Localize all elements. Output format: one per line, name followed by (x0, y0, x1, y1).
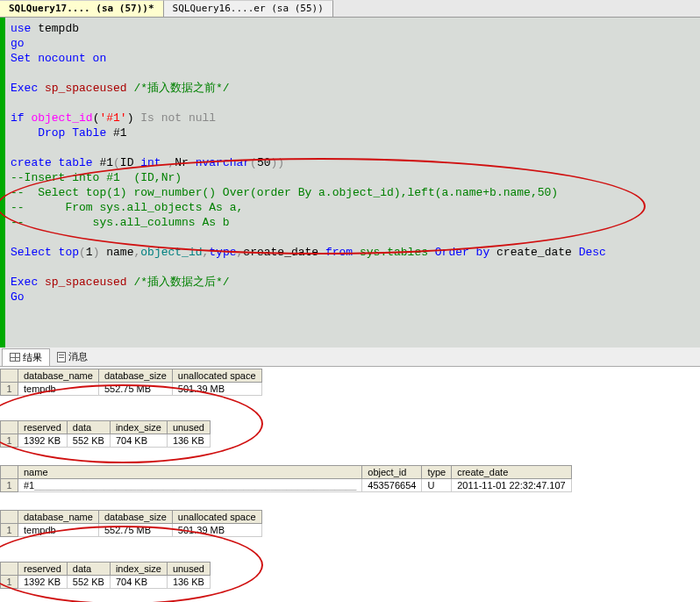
kw: Order by (435, 246, 489, 259)
cm: /*插入数据之后*/ (133, 276, 229, 289)
sys: sys.tables (353, 246, 435, 259)
results-tab[interactable]: 结果 (2, 348, 50, 366)
cell[interactable]: 1392 KB (18, 434, 68, 448)
result-grid[interactable]: reserveddataindex_sizeunused 11392 KB552… (0, 420, 211, 448)
cell[interactable]: 501.39 MB (172, 524, 261, 537)
col[interactable]: type (422, 466, 452, 479)
kw: use (11, 22, 31, 35)
col[interactable]: unused (167, 421, 210, 434)
cell[interactable]: 136 KB (167, 434, 210, 448)
kw: from (325, 246, 353, 259)
cm: -- From sys.all_objects As a, (11, 201, 243, 214)
col[interactable]: index_size (110, 421, 167, 434)
cell[interactable]: 552.75 MB (98, 383, 172, 396)
t: ID (120, 156, 140, 169)
col[interactable]: database_size (98, 369, 172, 383)
corner (1, 369, 18, 383)
grid-icon (10, 353, 20, 362)
n: 50 (257, 156, 271, 169)
messages-label: 消息 (68, 350, 88, 363)
col[interactable]: database_name (18, 369, 99, 383)
cell[interactable]: U (422, 479, 452, 492)
tab-inactive[interactable]: SQLQuery16....er (sa (55)) (164, 0, 333, 17)
t: #1 (93, 156, 113, 169)
p: ( (113, 156, 120, 169)
t: Nr (175, 156, 195, 169)
cell[interactable]: 704 KB (110, 576, 167, 589)
col[interactable]: unused (167, 563, 210, 576)
sql-editor[interactable]: use tempdb go Set nocount on Exec sp_spa… (0, 18, 700, 348)
col[interactable]: create_date (452, 466, 572, 479)
cell[interactable]: 552 KB (67, 576, 110, 589)
pad: ________________________________________… (34, 480, 356, 491)
sp: sp_spaceused (38, 82, 133, 95)
results-area: database_namedatabase_sizeunallocated sp… (0, 369, 700, 589)
results-toolbar: 结果 消息 (0, 348, 700, 367)
table-row[interactable]: 1#1_____________________________________… (1, 479, 572, 492)
cell[interactable]: tempdb (18, 524, 99, 537)
col[interactable]: database_name (18, 511, 99, 524)
result-grid[interactable]: database_namedatabase_sizeunallocated sp… (0, 510, 262, 537)
tab-active[interactable]: SQLQuery17.... (sa (57))* (0, 0, 164, 17)
kw: nvarchar (196, 156, 250, 169)
col[interactable]: data (67, 563, 110, 576)
tab-bar: SQLQuery17.... (sa (57))* SQLQuery16....… (0, 0, 700, 18)
t: create_date (489, 246, 578, 259)
rownum: 1 (1, 434, 18, 448)
cell[interactable]: 2011-11-01 22:32:47.107 (452, 479, 572, 492)
table-row[interactable]: 11392 KB552 KB704 KB136 KB (1, 434, 211, 448)
cell[interactable]: 704 KB (110, 434, 167, 448)
sp: sp_spaceused (38, 276, 133, 289)
kw: Drop Table (11, 126, 106, 140)
cell[interactable]: 552.75 MB (98, 524, 172, 537)
rownum: 1 (1, 576, 18, 589)
msg-icon (57, 352, 66, 362)
cell[interactable]: 1392 KB (18, 576, 68, 589)
cm: /*插入数据之前*/ (133, 82, 229, 95)
cell[interactable]: 552 KB (67, 434, 110, 448)
col[interactable]: data (67, 421, 110, 434)
table-row[interactable]: 1tempdb552.75 MB501.39 MB (1, 524, 262, 537)
col[interactable]: unallocated space (172, 511, 261, 524)
results-label: 结果 (23, 351, 42, 364)
result-grid[interactable]: database_namedatabase_sizeunallocated sp… (0, 369, 262, 396)
cell[interactable]: tempdb (18, 383, 99, 396)
p: ( (79, 246, 86, 259)
table-row[interactable]: 1tempdb552.75 MB501.39 MB (1, 383, 262, 396)
col[interactable]: database_size (98, 511, 172, 524)
t: , (161, 156, 175, 169)
result-grid[interactable]: reserveddataindex_sizeunused 11392 KB552… (0, 562, 211, 589)
result-grid[interactable]: nameobject_idtypecreate_date 1#1________… (0, 465, 572, 492)
grid-1: database_namedatabase_sizeunallocated sp… (0, 369, 700, 448)
rownum: 1 (1, 479, 18, 492)
kw: if (11, 111, 25, 125)
col[interactable]: reserved (18, 563, 68, 576)
cell[interactable]: #1______________________________________… (18, 479, 362, 492)
col[interactable]: object_id (362, 466, 422, 479)
cell[interactable]: 136 KB (167, 576, 210, 589)
table-row[interactable]: 11392 KB552 KB704 KB136 KB (1, 576, 211, 589)
cell[interactable]: 453576654 (362, 479, 422, 492)
t: #1 (106, 126, 126, 140)
id: object_id (140, 246, 202, 259)
col[interactable]: index_size (110, 563, 167, 576)
rownum: 1 (1, 383, 18, 396)
p: )) (271, 156, 285, 169)
kw: Select top (11, 246, 79, 259)
p: ( (250, 156, 257, 169)
col[interactable]: name (18, 466, 362, 479)
corner (1, 563, 18, 576)
messages-tab[interactable]: 消息 (50, 348, 95, 365)
kw: Exec (11, 82, 38, 95)
cell[interactable]: 501.39 MB (172, 383, 261, 396)
grid-4: database_namedatabase_sizeunallocated sp… (0, 510, 700, 589)
col[interactable]: unallocated space (172, 369, 261, 383)
kw: type (209, 246, 236, 259)
kw: Desc (579, 246, 606, 259)
t: Is not null (133, 111, 216, 125)
fn: object_id (25, 111, 93, 125)
n: 1 (86, 246, 93, 259)
kw: int (140, 156, 161, 169)
corner (1, 511, 18, 524)
col[interactable]: reserved (18, 421, 68, 434)
